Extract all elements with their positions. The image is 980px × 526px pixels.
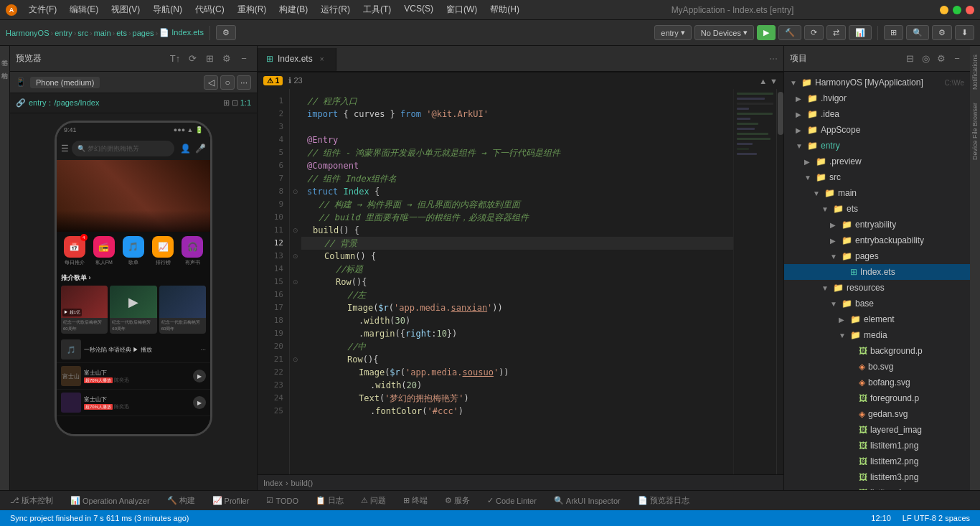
- tree-src[interactable]: ▼ 📁 src: [784, 169, 970, 185]
- fold-11[interactable]: ⊙: [290, 224, 301, 237]
- locate-btn[interactable]: ◎: [918, 52, 933, 66]
- playlist-item-1[interactable]: 🎵 一秒沦陷 华语经典 ▶ 播放 ···: [57, 337, 210, 363]
- no-devices-selector[interactable]: No Devices ▾: [694, 25, 754, 40]
- menu-code[interactable]: 代码(C): [189, 2, 230, 17]
- tree-media[interactable]: ▼ 📁 media: [784, 327, 970, 343]
- bookmarks-tool[interactable]: 书签: [0, 49, 11, 60]
- preview-settings-btn[interactable]: ⚙: [220, 52, 234, 66]
- todo-tool[interactable]: ☑ TODO: [262, 494, 303, 507]
- tree-listitem2[interactable]: 🖼 listitem2.png: [784, 454, 970, 469]
- preview-log-tool[interactable]: 📄 预览器日志: [633, 494, 694, 507]
- tree-entrybackup[interactable]: ▶ 📁 entrybackupability: [784, 233, 970, 248]
- playlist-play-3[interactable]: ▶: [193, 396, 206, 409]
- fold-8[interactable]: ⊙: [290, 185, 301, 198]
- prev-btn[interactable]: ◁: [204, 75, 218, 90]
- collapse-tree-btn[interactable]: ⊟: [903, 52, 917, 66]
- tree-gedan[interactable]: ◈ gedan.svg: [784, 406, 970, 422]
- menu-view[interactable]: 视图(V): [105, 2, 146, 17]
- operation-analyzer-tool[interactable]: 📊 Operation Analyzer: [66, 494, 154, 507]
- layout-btn[interactable]: ⊞: [884, 25, 903, 40]
- menu-navigate[interactable]: 导航(N): [147, 2, 188, 17]
- breadcrumb-pages[interactable]: pages: [133, 29, 154, 37]
- tree-appscope[interactable]: ▶ 📁 AppScope: [784, 122, 970, 138]
- menu-help[interactable]: 帮助(H): [484, 2, 525, 17]
- tree-pages[interactable]: ▼ 📁 pages: [784, 248, 970, 264]
- more-btn[interactable]: ···: [237, 75, 251, 90]
- vertical-scrollbar[interactable]: [776, 89, 783, 474]
- tree-background[interactable]: 🖼 background.p: [784, 343, 970, 359]
- maximize-btn[interactable]: [953, 6, 961, 14]
- tree-entry[interactable]: ▼ 📁 entry: [784, 138, 970, 154]
- music-search-bar[interactable]: 🔍 梦幻的拥抱梅艳芳: [72, 141, 174, 156]
- tree-layered[interactable]: 🖼 layered_imag: [784, 422, 970, 438]
- breadcrumb-file[interactable]: 📄 Index.ets: [159, 28, 204, 37]
- scrollbar-thumb[interactable]: [778, 92, 783, 135]
- config-btn[interactable]: ⚙: [932, 25, 952, 40]
- close-btn[interactable]: [966, 6, 974, 14]
- tabs-overflow-btn[interactable]: ⋯: [763, 54, 783, 64]
- tree-listitem1[interactable]: 🖼 listitem1.png: [784, 438, 970, 454]
- ranking[interactable]: 📈 排行榜: [152, 236, 174, 266]
- tree-listitem3[interactable]: 🖼 listitem3.png: [784, 469, 970, 485]
- version-control-tool[interactable]: ⎇ 版本控制: [6, 494, 57, 507]
- profiler-btn[interactable]: 📊: [849, 25, 872, 40]
- music-card-2[interactable]: ▶ 纪念一代歌后梅艳芳60周年: [110, 286, 156, 334]
- playlist-play-2[interactable]: ▶: [193, 370, 206, 382]
- menu-build[interactable]: 构建(B): [273, 2, 314, 17]
- tree-preview[interactable]: ▶ 📁 .preview: [784, 154, 970, 169]
- music-card-3[interactable]: 纪念一代歌后梅艳芳60周年: [159, 286, 206, 334]
- fold-13[interactable]: ⊙: [290, 250, 301, 263]
- sync-btn[interactable]: ⇄: [826, 25, 846, 40]
- tree-root[interactable]: ▼ 📁 HarmonyOS [MyApplication] C:\We: [784, 75, 970, 90]
- songlist[interactable]: 🎵 歌单: [123, 236, 144, 266]
- tree-entryability[interactable]: ▶ 📁 entryability: [784, 217, 970, 233]
- run-button[interactable]: ▶: [757, 25, 776, 40]
- menu-file[interactable]: 文件(F): [23, 2, 62, 17]
- entry-zoom-fit[interactable]: ⊡: [232, 98, 238, 108]
- menu-window[interactable]: 窗口(W): [440, 2, 483, 17]
- minimize-btn[interactable]: [940, 6, 948, 14]
- preview-layout-btn[interactable]: ⊞: [202, 52, 217, 66]
- build-btn[interactable]: 🔨: [778, 25, 801, 40]
- fold-15[interactable]: ⊙: [290, 276, 301, 288]
- menu-vcs[interactable]: VCS(S): [398, 2, 439, 17]
- menu-edit[interactable]: 编辑(E): [64, 2, 104, 17]
- tree-bofang[interactable]: ◈ bofang.svg: [784, 375, 970, 390]
- preview-refresh-btn[interactable]: ⟳: [185, 52, 199, 66]
- services-tool[interactable]: ⚙ 服务: [440, 494, 474, 507]
- code-content[interactable]: // 程序入口 import { curves } from '@kit.Ark…: [301, 89, 733, 474]
- daily-recommend[interactable]: 📅 4 每日推介: [64, 236, 85, 266]
- menu-refactor[interactable]: 重构(R): [232, 2, 273, 17]
- fold-21[interactable]: ⊙: [290, 353, 301, 366]
- entry-selector[interactable]: entry ▾: [654, 25, 691, 40]
- preview-font-btn[interactable]: T↑: [168, 52, 182, 66]
- problems-tool[interactable]: ⚠ 问题: [357, 494, 390, 507]
- tab-close-btn[interactable]: ×: [317, 54, 327, 64]
- private-fm[interactable]: 📻 私人FM: [93, 236, 115, 266]
- tree-hvigor[interactable]: ▶ 📁 .hvigor: [784, 90, 970, 106]
- tree-idea[interactable]: ▶ 📁 .idea: [784, 106, 970, 122]
- audiobook[interactable]: 🎧 有声书: [182, 236, 203, 266]
- tree-element[interactable]: ▶ 📁 element: [784, 311, 970, 327]
- structure-tool[interactable]: 结构: [0, 62, 11, 73]
- tree-base[interactable]: ▼ 📁 base: [784, 296, 970, 311]
- preview-minimize-btn[interactable]: −: [237, 52, 251, 66]
- tab-index-ets[interactable]: ⊞ Index.ets ×: [258, 48, 336, 71]
- arkui-inspector-tool[interactable]: 🔍 ArkUI Inspector: [550, 494, 625, 507]
- playlist-more-1[interactable]: ···: [200, 346, 206, 353]
- breadcrumb-src[interactable]: src: [77, 29, 88, 37]
- tree-minimize-btn[interactable]: −: [950, 52, 964, 66]
- log-tool[interactable]: 📋 日志: [311, 494, 348, 507]
- tree-index-ets[interactable]: ⊞ Index.ets: [784, 264, 970, 280]
- menu-tools[interactable]: 工具(T): [357, 2, 397, 17]
- settings-btn[interactable]: ⚙: [216, 25, 236, 40]
- playlist-item-2[interactable]: 富士山 富士山下 超70%人播放 陈奕迅 ▶: [57, 363, 210, 390]
- entry-grid-view[interactable]: ⊞: [223, 98, 230, 108]
- tree-listitem4[interactable]: 🖼 listitem4.png: [784, 485, 970, 490]
- collapse-all[interactable]: ▲: [759, 77, 767, 85]
- tree-main[interactable]: ▼ 📁 main: [784, 185, 970, 201]
- tree-resources[interactable]: ▼ 📁 resources: [784, 280, 970, 296]
- search-btn[interactable]: 🔍: [906, 25, 929, 40]
- reload-btn[interactable]: ⟳: [804, 25, 824, 40]
- expand-all[interactable]: ▼: [770, 77, 778, 85]
